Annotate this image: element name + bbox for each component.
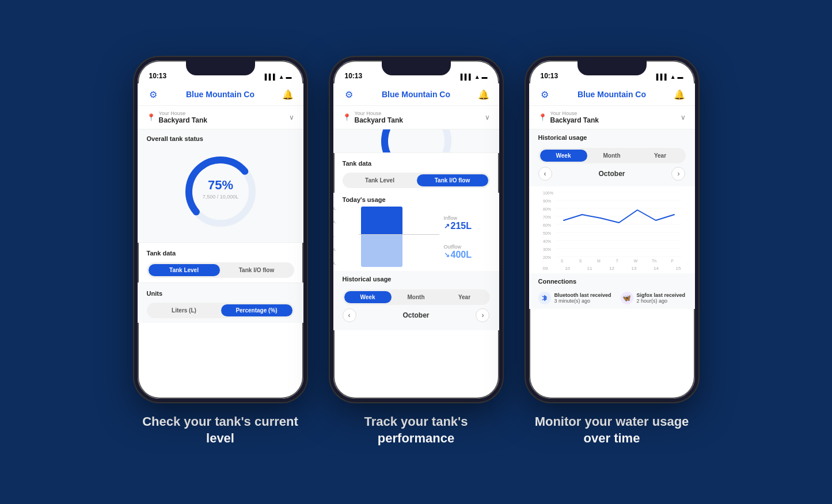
nav-prev-2[interactable]: ‹ [343,308,356,322]
partial-gauge-svg [376,129,457,152]
outflow-arrow: ↘ [444,251,450,259]
line-chart-svg: 100% 90% 80% 70% 60% 50% 40% 30% 20% [538,189,686,264]
sigfox-label: Sigfox last received [637,292,686,298]
tab-week-3[interactable]: Week [540,150,587,162]
historical-section-3: Historical usage Week Month Year ‹ Octob… [529,129,695,186]
phone3-container: 10:13 ▌▌▌ ▲ ▬ ⚙ Blue Mountain Co 🔔 📍 You… [526,57,698,446]
phone1-location: 📍 Your House Backyard Tank ∨ [138,106,303,129]
date-10: 10 [565,266,570,271]
svg-text:70%: 70% [543,215,551,219]
connection-items: Bluetooth last received 3 minute(s) ago … [538,292,686,304]
tab-year-3[interactable]: Year [637,150,684,162]
y-label-400b: 400L [333,261,337,266]
svg-point-4 [385,129,448,152]
units-toggle: Liters (L) Percentage (%) [147,303,294,318]
hist-toggle-3: Week Month Year [538,148,686,163]
bt-svg [541,294,548,302]
nav-prev-3[interactable]: ‹ [538,167,552,181]
phone3-header: ⚙ Blue Mountain Co 🔔 [529,83,695,106]
inflow-stat: Inflow ↗ 215L [444,215,490,231]
settings-icon-1[interactable]: ⚙ [147,88,159,101]
bell-icon-3[interactable]: 🔔 [673,88,686,101]
svg-text:60%: 60% [543,223,551,227]
location-name-2: Backyard Tank [355,116,404,124]
phone3-location: 📍 Your House Backyard Tank ∨ [529,106,695,129]
outflow-value: ↘ 400L [444,250,490,260]
y-label-400t: 400L [333,207,337,211]
chevron-1[interactable]: ∨ [289,113,294,121]
phone3: 10:13 ▌▌▌ ▲ ▬ ⚙ Blue Mountain Co 🔔 📍 You… [526,57,698,402]
btn-percent[interactable]: Percentage (%) [221,304,292,316]
nav-next-3[interactable]: › [671,167,685,181]
historical-section-2: Historical usage Week Month Year ‹ Octob… [333,271,499,330]
tank-data-section-1: Tank data Tank Level Tank I/O flow [138,242,303,282]
location-info-2: 📍 Your House Backyard Tank [343,110,404,124]
month-nav-3: ‹ October › [538,163,686,184]
location-info-1: 📍 Your House Backyard Tank [147,110,208,124]
svg-text:F: F [671,259,673,263]
phone2-location: 📍 Your House Backyard Tank ∨ [333,106,499,129]
chevron-3[interactable]: ∨ [681,113,686,121]
settings-icon-2[interactable]: ⚙ [343,88,355,101]
svg-text:Th: Th [651,259,656,263]
svg-text:S: S [579,259,582,263]
svg-text:20%: 20% [543,255,551,259]
btn-liters[interactable]: Liters (L) [149,304,220,316]
bell-icon-2[interactable]: 🔔 [477,88,490,101]
tank-toggle-2: Tank Level Tank I/O flow [343,173,490,188]
flow-stats: Inflow ↗ 215L Outflow ↘ 400L [444,207,490,269]
svg-text:100%: 100% [543,191,553,195]
tab-month-3[interactable]: Month [588,150,636,162]
sigfox-time: 2 hour(s) ago [637,298,686,304]
btn-tank-flow-1[interactable]: Tank I/O flow [221,264,292,276]
historical-title-2: Historical usage [343,276,490,286]
settings-icon-3[interactable]: ⚙ [538,88,551,101]
location-text-2: Your House Backyard Tank [355,110,404,124]
chevron-2[interactable]: ∨ [485,113,490,121]
svg-text:T: T [616,259,618,263]
inflow-arrow: ↗ [444,222,450,230]
location-name-1: Backyard Tank [159,116,208,124]
tab-week-2[interactable]: Week [344,291,392,303]
location-text-1: Your House Backyard Tank [159,110,208,124]
svg-text:W: W [633,259,637,263]
btn-tank-level-1[interactable]: Tank Level [149,264,220,276]
bluetooth-icon [538,292,551,304]
phone3-content: ⚙ Blue Mountain Co 🔔 📍 Your House Backya… [529,83,695,399]
svg-text:M: M [597,259,601,263]
line-chart-section: 100% 90% 80% 70% 60% 50% 40% 30% 20% [529,186,695,273]
status-icons-2: ▌▌▌ ▲ ▬ [461,74,488,80]
phone2-header: ⚙ Blue Mountain Co 🔔 [333,83,499,106]
btn-tank-flow-2[interactable]: Tank I/O flow [417,174,488,186]
phone2-title: Blue Mountain Co [382,90,450,99]
phone2-content: ⚙ Blue Mountain Co 🔔 📍 Your House Backya… [333,83,499,399]
location-name-3: Backyard Tank [550,116,599,124]
phone3-title: Blue Mountain Co [578,90,646,99]
location-label-3: Your House [550,110,599,116]
bluetooth-connection: Bluetooth last received 3 minute(s) ago [538,292,611,304]
bluetooth-text: Bluetooth last received 3 minute(s) ago [554,292,611,304]
status-time-2: 10:13 [345,72,363,80]
nav-next-2[interactable]: › [476,308,489,322]
month-label-3: October [598,170,625,178]
month-nav-2: ‹ October › [343,305,490,326]
connections-section: Connections Bluetooth last received 3 mi… [529,273,695,309]
btn-tank-level-2[interactable]: Tank Level [344,174,416,186]
outflow-bar [361,235,402,267]
sigfox-butterfly: 🦋 [622,294,631,302]
svg-text:80%: 80% [543,207,551,211]
partial-gauge [333,129,499,152]
location-info-3: 📍 Your House Backyard Tank [538,110,599,124]
gauge-container: 75% 7,500 / 10,000L [138,146,303,238]
bell-icon-1[interactable]: 🔔 [282,88,294,101]
phone1-container: 10:13 ▌▌▌ ▲ ▬ ⚙ Blue Mountain Co 🔔 📍 You… [134,57,307,446]
tab-year-2[interactable]: Year [441,291,488,303]
inflow-value: ↗ 215L [444,221,490,231]
status-icons-3: ▌▌▌ ▲ ▬ [656,74,683,80]
outflow-label: Outflow [444,244,490,250]
phone2-container: 10:13 ▌▌▌ ▲ ▬ ⚙ Blue Mountain Co 🔔 📍 You… [330,57,503,446]
x-date-labels: 09 10 11 12 13 14 15 [538,266,686,273]
tank-toggle-1: Tank Level Tank I/O flow [147,262,294,278]
phone2: 10:13 ▌▌▌ ▲ ▬ ⚙ Blue Mountain Co 🔔 📍 You… [330,57,503,402]
tab-month-2[interactable]: Month [393,291,440,303]
